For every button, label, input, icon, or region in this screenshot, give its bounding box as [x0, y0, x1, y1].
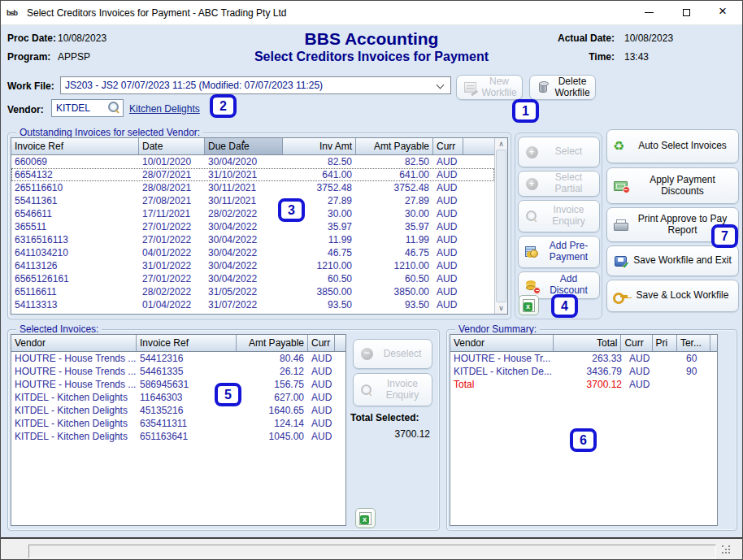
- auto-select-invoices-button[interactable]: Auto Select Invoices: [606, 129, 739, 163]
- actual-date-label: Actual Date:: [533, 33, 615, 44]
- table-row[interactable]: 6654132 28/07/2021 31/10/2021 641.00 641…: [11, 168, 494, 181]
- table-row[interactable]: 365511 27/01/2022 30/04/2022 35.97 35.97…: [11, 220, 494, 233]
- cell-invoice-ref: 65116611: [11, 285, 139, 298]
- select-button[interactable]: Select: [518, 137, 600, 167]
- table-row[interactable]: 54113313 01/04/2022 31/07/2022 93.50 93.…: [11, 298, 494, 311]
- new-workfile-button[interactable]: New Workfile: [456, 75, 523, 100]
- close-button[interactable]: [705, 1, 742, 24]
- col-terms[interactable]: Ter...: [677, 335, 710, 351]
- col-curr[interactable]: Curr: [621, 335, 652, 351]
- col-vendor[interactable]: Vendor: [450, 335, 554, 351]
- workfile-combo[interactable]: JS203 - JS2 07/07/2023 11:25 (Modified: …: [60, 76, 451, 94]
- cell-invoice-ref: 54461335: [137, 365, 237, 378]
- cell-inv-amt: 641.00: [283, 168, 356, 181]
- cell-vendor: HOUTRE - House Tr...: [450, 352, 556, 365]
- annotation-callout-5: 5: [215, 383, 241, 406]
- table-row[interactable]: KITDEL - Kitchen Delights 45135216 1640.…: [11, 404, 345, 417]
- save-lock-label: Save & Lock Workfile: [630, 290, 735, 302]
- cell-due-date: 30/04/2020: [205, 155, 283, 168]
- delete-workfile-button[interactable]: Delete Workfile: [529, 75, 596, 100]
- add-prepayment-button[interactable]: Add Pre-Payment: [518, 236, 600, 268]
- window-title: Select Creditors Invoices for Payment - …: [27, 7, 286, 19]
- minimize-button[interactable]: [630, 1, 667, 24]
- vendor-search-icon[interactable]: [108, 102, 119, 113]
- cell-curr: AUD: [433, 194, 463, 207]
- table-row[interactable]: 660069 10/01/2020 30/04/2020 82.50 82.50…: [11, 155, 494, 168]
- col-amt-payable[interactable]: Amt Payable: [237, 335, 308, 351]
- cell-due-date: 30/04/2022: [205, 220, 283, 233]
- cell-inv-amt: 35.97: [283, 220, 356, 233]
- selected-group-title: Selected Invoices:: [16, 323, 102, 335]
- summary-table-header: Vendor Total Curr Pri Ter...: [450, 335, 717, 352]
- col-inv-amt[interactable]: Inv Amt: [283, 138, 356, 154]
- outstanding-rows: 660069 10/01/2020 30/04/2020 82.50 82.50…: [11, 155, 494, 314]
- scroll-up-icon[interactable]: [495, 138, 507, 150]
- add-prepayment-label: Add Pre-Payment: [541, 241, 596, 263]
- col-curr[interactable]: Curr: [433, 138, 463, 154]
- table-row[interactable]: KITDEL - Kitchen Delights 651163641 1045…: [11, 430, 345, 443]
- cell-vendor: Total: [450, 378, 556, 391]
- invoice-enquiry-button[interactable]: Invoice Enquiry: [518, 200, 600, 232]
- table-row[interactable]: 65116611 28/02/2022 31/05/2022 3850.00 3…: [11, 285, 494, 298]
- cell-due-date: 30/11/2021: [205, 181, 283, 194]
- titlebar: Select Creditors Invoices for Payment - …: [1, 1, 742, 25]
- col-amt-payable[interactable]: Amt Payable: [356, 138, 433, 154]
- export-outstanding-excel-button[interactable]: [519, 295, 539, 315]
- deselect-button[interactable]: Deselect: [353, 339, 432, 369]
- annotation-callout-7: 7: [711, 224, 738, 248]
- maximize-button[interactable]: [667, 1, 705, 24]
- delete-workfile-label: Delete Workfile: [553, 76, 592, 99]
- select-partial-button[interactable]: Select Partial: [518, 171, 600, 197]
- table-row[interactable]: 6546611 17/11/2021 28/02/2022 30.00 30.0…: [11, 207, 494, 220]
- cell-curr: AUD: [308, 352, 335, 365]
- save-lock-workfile-button[interactable]: Save & Lock Workfile: [606, 280, 739, 312]
- table-row[interactable]: HOUTRE - House Trends ... 586945631 156.…: [11, 378, 345, 391]
- cell-invoice-ref: 635411311: [137, 417, 237, 430]
- cell-curr: AUD: [308, 391, 335, 404]
- annotation-callout-2: 2: [210, 94, 237, 118]
- cell-curr: AUD: [308, 378, 335, 391]
- vertical-scrollbar[interactable]: [494, 138, 507, 314]
- selected-table-header: Vendor Invoice Ref Amt Payable Curr: [11, 335, 345, 352]
- table-row[interactable]: 6411034210 04/01/2022 30/04/2022 46.75 4…: [11, 246, 494, 259]
- col-date[interactable]: Date: [139, 138, 205, 154]
- table-row[interactable]: KITDEL - Kitchen Delights 635411311 124.…: [11, 417, 345, 430]
- table-row[interactable]: KITDEL - Kitchen Delights 11646303 627.0…: [11, 391, 345, 404]
- cell-date: 27/01/2022: [139, 272, 205, 285]
- table-row[interactable]: 6316516113 27/01/2022 30/04/2022 11.99 1…: [11, 233, 494, 246]
- annotation-callout-3: 3: [278, 198, 305, 222]
- cell-amt-payable: 35.97: [356, 220, 433, 233]
- col-total[interactable]: Total: [554, 335, 622, 351]
- scrollbar-thumb[interactable]: [496, 150, 506, 302]
- col-invoice-ref[interactable]: Invoice Ref: [11, 138, 139, 154]
- table-row[interactable]: 265116610 28/08/2021 30/11/2021 3752.48 …: [11, 181, 494, 194]
- col-vendor[interactable]: Vendor: [11, 335, 137, 351]
- table-row[interactable]: 55411361 27/08/2021 30/11/2021 27.89 27.…: [11, 194, 494, 207]
- table-row[interactable]: 64113126 31/01/2022 30/04/2022 1210.00 1…: [11, 259, 494, 272]
- export-selected-excel-button[interactable]: [355, 508, 376, 528]
- close-icon: [719, 8, 728, 18]
- table-row[interactable]: HOUTRE - House Trends ... 54461335 26.12…: [11, 365, 345, 378]
- resize-grip[interactable]: [722, 545, 731, 554]
- apply-payment-discounts-button[interactable]: Apply Payment Discounts: [606, 167, 739, 204]
- col-curr[interactable]: Curr: [308, 335, 335, 351]
- scroll-down-icon[interactable]: [495, 302, 507, 314]
- col-pri[interactable]: Pri: [653, 335, 677, 351]
- vendor-name-link[interactable]: Kitchen Delights: [129, 103, 200, 115]
- table-row[interactable]: HOUTRE - House Trends ... 54412316 80.46…: [11, 352, 345, 365]
- minimize-icon: [645, 12, 654, 13]
- cell-amt-payable: 60.50: [356, 272, 433, 285]
- table-row[interactable]: HOUTRE - House Tr... 263.33 AUD 60: [450, 352, 717, 365]
- table-row[interactable]: 6565126161 27/01/2022 30/04/2022 60.50 6…: [11, 272, 494, 285]
- cell-amt-payable: 3752.48: [356, 181, 433, 194]
- col-invoice-ref[interactable]: Invoice Ref: [137, 335, 237, 351]
- selected-invoice-enquiry-button[interactable]: Invoice Enquiry: [353, 373, 432, 406]
- col-due-date[interactable]: Due Date: [205, 138, 283, 154]
- cell-pri: [658, 352, 683, 365]
- table-row[interactable]: Total 3700.12 AUD: [450, 378, 717, 391]
- cell-vendor: KITDEL - Kitchen De...: [450, 365, 556, 378]
- save-workfile-exit-button[interactable]: Save Workfile and Exit: [606, 245, 739, 276]
- select-partial-label: Select Partial: [541, 172, 596, 195]
- cell-amt-payable: 156.75: [237, 378, 308, 391]
- table-row[interactable]: KITDEL - Kitchen De... 3436.79 AUD 90: [450, 365, 717, 378]
